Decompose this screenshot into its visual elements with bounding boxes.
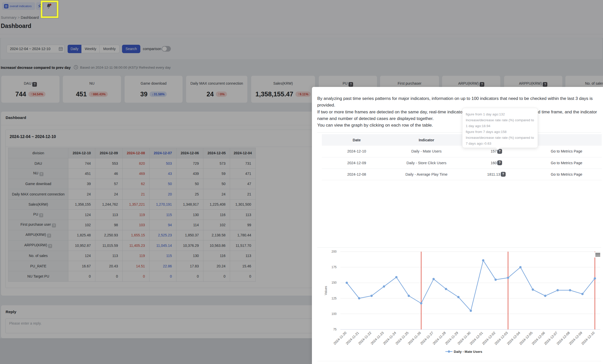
svg-text:2024-11-20: 2024-11-20: [333, 331, 348, 346]
svg-text:175: 175: [331, 265, 337, 269]
svg-text:2024-11-26: 2024-11-26: [407, 331, 422, 346]
svg-text:2024-11-22: 2024-11-22: [357, 331, 372, 346]
svg-text:2024-11-28: 2024-11-28: [432, 331, 447, 346]
svg-text:100: 100: [331, 312, 337, 316]
svg-text:125: 125: [331, 297, 337, 300]
svg-text:2024-11-27: 2024-11-27: [419, 331, 434, 346]
svg-text:150: 150: [331, 281, 337, 284]
svg-text:2024-11-29: 2024-11-29: [444, 331, 459, 346]
svg-text:2024-11-25: 2024-11-25: [395, 331, 410, 346]
svg-text:2024-11-23: 2024-11-23: [370, 331, 385, 346]
svg-text:75: 75: [333, 328, 337, 331]
svg-text:2024-11-24: 2024-11-24: [382, 331, 397, 346]
svg-text:2024-12-10: 2024-12-10: [581, 331, 595, 346]
svg-text:Values: Values: [324, 286, 328, 295]
svg-text:200: 200: [331, 250, 337, 253]
svg-text:2024-11-21: 2024-11-21: [345, 331, 360, 346]
svg-text:Daily - Mate Users: Daily - Mate Users: [454, 350, 482, 354]
